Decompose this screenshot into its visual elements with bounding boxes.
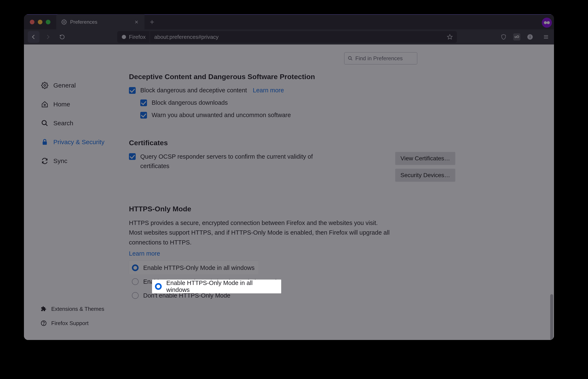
svg-point-11	[42, 120, 46, 125]
info-icon[interactable]: i	[526, 33, 534, 41]
svg-rect-3	[546, 22, 548, 23]
radio-icon	[132, 264, 139, 271]
question-icon	[41, 320, 47, 326]
checkbox-ocsp[interactable]: Query OCSP responder servers to confirm …	[129, 152, 322, 171]
radio-icon	[155, 283, 162, 290]
sidebar-item-label: Firefox Support	[51, 320, 89, 327]
svg-marker-5	[447, 34, 452, 39]
checkbox-icon	[140, 99, 147, 106]
reload-button[interactable]	[56, 31, 68, 43]
svg-point-4	[122, 35, 126, 39]
nav-toolbar: Firefox about:preferences#privacy uO i	[24, 29, 554, 45]
svg-point-14	[44, 324, 44, 325]
sidebar-item-label: Extensions & Themes	[51, 306, 104, 312]
svg-point-9	[44, 85, 46, 86]
identity-label: Firefox	[129, 34, 146, 40]
learn-more-link[interactable]: Learn more	[253, 87, 284, 94]
radio-label: Enable HTTPS-Only Mode in all windows	[143, 264, 255, 271]
tab-title: Preferences	[70, 19, 97, 25]
view-certificates-button[interactable]: View Certificates…	[395, 152, 455, 165]
ublock-icon[interactable]: uO	[513, 33, 520, 41]
radio-icon	[132, 292, 139, 299]
preferences-main-pane: Deceptive Content and Dangerous Software…	[129, 74, 455, 302]
private-browsing-icon	[542, 18, 552, 28]
security-devices-button[interactable]: Security Devices…	[395, 169, 455, 182]
preferences-content: Find in Preferences General Home Search …	[24, 45, 554, 340]
sidebar-item-extensions[interactable]: Extensions & Themes	[41, 302, 104, 316]
new-tab-button[interactable]	[146, 16, 158, 28]
hamburger-menu-icon[interactable]	[542, 33, 550, 41]
scrollbar-thumb[interactable]	[550, 294, 553, 340]
checkbox-icon	[140, 112, 147, 119]
sidebar-item-label: Home	[53, 101, 70, 108]
checkbox-block-deceptive[interactable]: Block dangerous and deceptive content Le…	[129, 87, 455, 94]
find-placeholder: Find in Preferences	[355, 55, 403, 62]
tab-close-button[interactable]	[133, 19, 139, 25]
sidebar-item-label: Sync	[53, 158, 67, 165]
sidebar-item-label: General	[53, 82, 76, 89]
find-in-preferences-input[interactable]: Find in Preferences	[344, 52, 417, 64]
minimize-window-button[interactable]	[38, 20, 42, 24]
section-title-deceptive: Deceptive Content and Dangerous Software…	[129, 73, 455, 80]
learn-more-link[interactable]: Learn more	[129, 250, 160, 257]
gear-icon	[41, 81, 49, 89]
https-only-description: HTTPS provides a secure, encrypted conne…	[129, 218, 392, 247]
tab-bar: Preferences	[24, 14, 554, 29]
firefox-logo-icon	[121, 34, 126, 39]
zoom-window-button[interactable]	[46, 20, 50, 24]
tab-preferences[interactable]: Preferences	[56, 15, 145, 30]
puzzle-icon	[41, 306, 47, 312]
preferences-sidebar: General Home Search Privacy & Security S…	[41, 76, 121, 170]
sync-icon	[41, 157, 49, 165]
checkbox-icon	[129, 153, 136, 160]
url-bar[interactable]: Firefox about:preferences#privacy	[117, 31, 457, 43]
sidebar-bottom: Extensions & Themes Firefox Support	[41, 302, 104, 330]
checkbox-block-downloads[interactable]: Block dangerous downloads	[140, 99, 455, 106]
sidebar-item-label: Privacy & Security	[53, 139, 104, 146]
svg-rect-12	[43, 142, 47, 145]
checkbox-label: Block dangerous and deceptive content	[140, 87, 247, 94]
radio-icon	[132, 278, 139, 285]
search-icon	[41, 119, 49, 127]
window-controls	[24, 20, 56, 24]
sidebar-item-support[interactable]: Firefox Support	[41, 316, 104, 330]
close-window-button[interactable]	[30, 20, 34, 24]
toolbar-right: uO i	[499, 33, 550, 41]
checkbox-warn-unwanted[interactable]: Warn you about unwanted and uncommon sof…	[140, 112, 455, 119]
search-icon	[348, 56, 353, 61]
url-text: about:preferences#privacy	[150, 34, 443, 40]
gear-icon	[61, 19, 67, 25]
home-icon	[41, 100, 49, 108]
sidebar-item-search[interactable]: Search	[41, 114, 121, 133]
svg-point-0	[64, 21, 65, 23]
checkbox-label: Block dangerous downloads	[152, 99, 228, 106]
svg-point-10	[44, 104, 45, 106]
checkbox-label: Query OCSP responder servers to confirm …	[140, 152, 322, 171]
sidebar-item-label: Search	[53, 120, 73, 127]
shield-icon[interactable]	[499, 33, 508, 41]
sidebar-item-sync[interactable]: Sync	[41, 152, 121, 170]
sidebar-item-privacy[interactable]: Privacy & Security	[41, 133, 121, 152]
lock-icon	[41, 138, 49, 146]
svg-text:i: i	[529, 35, 530, 39]
forward-button[interactable]	[42, 31, 54, 43]
browser-window: Preferences Firefox about:preferenc	[24, 14, 554, 340]
section-title-certificates: Certificates	[129, 139, 455, 147]
sidebar-item-general[interactable]: General	[41, 76, 121, 95]
checkbox-icon	[129, 87, 136, 94]
radio-label-highlight: Enable HTTPS-Only Mode in all windows	[166, 280, 277, 293]
identity-box[interactable]: Firefox	[117, 31, 150, 43]
radio-https-all-windows[interactable]: Enable HTTPS-Only Mode in all windows	[129, 261, 259, 275]
section-title-https-only: HTTPS-Only Mode	[129, 205, 455, 213]
checkbox-label: Warn you about unwanted and uncommon sof…	[152, 112, 291, 119]
svg-point-8	[348, 56, 351, 59]
sidebar-item-home[interactable]: Home	[41, 95, 121, 114]
back-button[interactable]	[28, 31, 39, 43]
bookmark-star-icon[interactable]	[443, 34, 457, 40]
